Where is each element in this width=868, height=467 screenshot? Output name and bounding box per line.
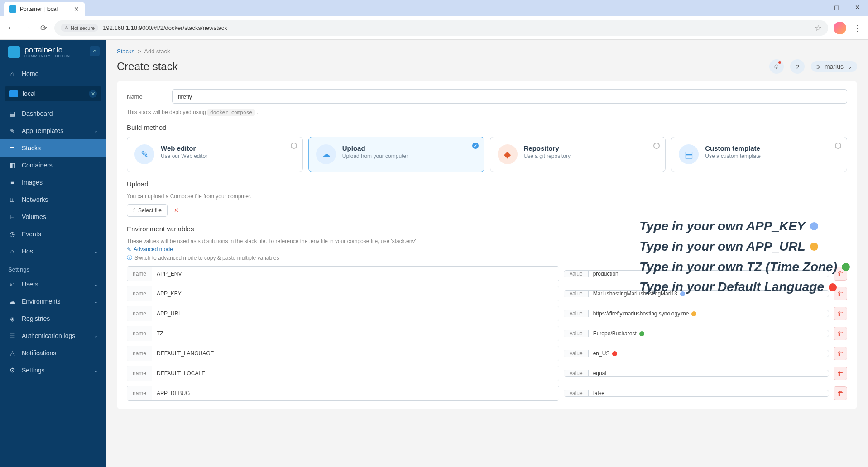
env-value-display[interactable]: Europe/Bucharest — [589, 330, 829, 337]
settings-header: Settings — [0, 260, 106, 276]
chevron-down-icon: ⌄ — [94, 281, 98, 287]
sidebar-item-dashboard[interactable]: ▦Dashboard — [0, 105, 106, 122]
forward-button[interactable]: → — [22, 23, 33, 33]
env-name-input[interactable] — [152, 366, 559, 381]
delete-row-button[interactable]: 🗑 — [834, 367, 847, 380]
sidebar-icon: ☁ — [8, 298, 16, 305]
method-sub: Use our Web editor — [161, 153, 207, 159]
radio-icon — [653, 143, 660, 149]
sidebar-settings-settings[interactable]: ⚙Settings⌄ — [0, 362, 106, 379]
browser-tab[interactable]: Portainer | local ✕ — [4, 2, 85, 16]
sidebar-item-volumes[interactable]: ⊟Volumes — [0, 208, 106, 225]
sidebar-item-containers[interactable]: ◧Containers — [0, 157, 106, 174]
name-label: name — [127, 306, 152, 321]
sidebar-item-label: Networks — [22, 196, 48, 203]
env-value-display[interactable]: false — [589, 390, 829, 396]
favicon — [9, 5, 16, 13]
sidebar-item-stacks[interactable]: ≣Stacks — [0, 139, 106, 157]
name-label: name — [127, 386, 152, 400]
clear-file-button[interactable]: ✕ — [174, 207, 179, 214]
build-method-custom-template[interactable]: ▤Custom templateUse a custom template — [671, 137, 847, 172]
env-value-display[interactable]: equal — [589, 370, 829, 376]
sidebar-settings-users[interactable]: ☺Users⌄ — [0, 276, 106, 293]
browser-menu-icon[interactable]: ⋮ — [852, 23, 863, 33]
delete-row-button[interactable]: 🗑 — [834, 386, 847, 400]
stack-name-input[interactable] — [172, 89, 847, 104]
delete-row-button[interactable]: 🗑 — [834, 327, 847, 340]
sidebar-item-label: Images — [22, 179, 43, 186]
maximize-button[interactable]: ◻ — [826, 0, 847, 14]
sidebar-item-app-templates[interactable]: ✎App Templates⌄ — [0, 122, 106, 139]
sidebar-environment[interactable]: local ✕ — [5, 86, 101, 101]
delete-row-button[interactable]: 🗑 — [834, 307, 847, 320]
value-label: value — [564, 271, 589, 277]
sidebar-icon: ≡ — [8, 179, 16, 186]
reload-button[interactable]: ⟳ — [38, 23, 49, 33]
sidebar-item-label: Environments — [22, 298, 61, 305]
advanced-mode-link[interactable]: ✎ Advanced mode — [127, 246, 173, 253]
header-actions: ♤ ? ☺ marius ⌄ — [769, 59, 857, 74]
delete-row-button[interactable]: 🗑 — [834, 347, 847, 360]
sidebar-icon: ◈ — [8, 315, 16, 322]
upload-icon: ⤴ — [133, 207, 135, 214]
breadcrumb-root[interactable]: Stacks — [117, 48, 134, 55]
sidebar-item-events[interactable]: ◷Events — [0, 225, 106, 243]
sidebar-collapse-button[interactable]: « — [90, 46, 100, 56]
value-label: value — [564, 310, 589, 317]
sidebar-home[interactable]: ⌂ Home — [0, 65, 106, 82]
method-icon: ☁ — [316, 144, 336, 164]
sidebar-settings-notifications[interactable]: △Notifications — [0, 344, 106, 362]
method-icon: ◆ — [498, 144, 518, 164]
env-name-pair: name — [127, 366, 559, 381]
chevron-down-icon: ⌄ — [94, 248, 98, 254]
minimize-button[interactable]: — — [806, 0, 826, 14]
sidebar-icon: ▦ — [8, 110, 16, 117]
sidebar-item-label: App Templates — [22, 127, 63, 134]
sidebar-settings-environments[interactable]: ☁Environments⌄ — [0, 293, 106, 310]
page-header: Create stack ♤ ? ☺ marius ⌄ — [117, 59, 857, 74]
sidebar-item-images[interactable]: ≡Images — [0, 174, 106, 191]
env-name-input[interactable] — [152, 286, 559, 301]
notifications-button[interactable]: ♤ — [769, 59, 784, 74]
env-close-icon[interactable]: ✕ — [89, 90, 97, 98]
chevron-down-icon: ⌄ — [94, 299, 98, 305]
build-method-web-editor[interactable]: ✎Web editorUse our Web editor — [127, 137, 303, 172]
build-method-upload[interactable]: ✔☁UploadUpload from your computer — [308, 137, 484, 172]
env-value-display[interactable]: https://firefly.mariushosting.synology.m… — [589, 310, 829, 317]
method-title: Custom template — [705, 144, 761, 152]
profile-avatar[interactable] — [834, 22, 846, 34]
sidebar-settings-authentication-logs[interactable]: ☰Authentication logs⌄ — [0, 327, 106, 344]
bookmark-icon[interactable]: ☆ — [815, 23, 822, 33]
select-file-button[interactable]: ⤴ Select file — [127, 204, 168, 217]
sidebar-item-label: Authentication logs — [22, 332, 75, 339]
env-name-input[interactable] — [152, 326, 559, 341]
env-name-input[interactable] — [152, 267, 559, 281]
tab-close-icon[interactable]: ✕ — [73, 6, 80, 12]
user-menu[interactable]: ☺ marius ⌄ — [811, 61, 857, 72]
env-name-input[interactable] — [152, 386, 559, 400]
edit-icon: ✎ — [127, 246, 131, 253]
sidebar-item-label: Registries — [22, 315, 50, 322]
app-root: « portainer.io COMMUNITY EDITION ⌂ Home … — [0, 40, 868, 467]
back-button[interactable]: ← — [5, 23, 16, 33]
env-name-pair: name — [127, 386, 559, 401]
build-method-repository[interactable]: ◆RepositoryUse a git repository — [490, 137, 666, 172]
env-name-input[interactable] — [152, 306, 559, 321]
url-field[interactable]: ⚠ Not secure 192.168.1.18:9000/#!/2/dock… — [54, 20, 828, 36]
browser-chrome: Portainer | local ✕ — ◻ ✕ ← → ⟳ ⚠ Not se… — [0, 0, 868, 40]
sidebar-item-host[interactable]: ⌂Host⌄ — [0, 243, 106, 260]
help-button[interactable]: ? — [790, 59, 805, 74]
sidebar-item-networks[interactable]: ⊞Networks — [0, 191, 106, 208]
sidebar-settings-registries[interactable]: ◈Registries — [0, 310, 106, 327]
main-content: Stacks > Add stack Create stack ♤ ? ☺ ma… — [106, 40, 868, 467]
name-label: name — [127, 267, 152, 281]
env-value-display[interactable]: en_US — [589, 350, 829, 357]
annotation-line: Type in your own TZ (Time Zone) — [639, 257, 850, 277]
method-title: Web editor — [161, 144, 207, 152]
name-label: name — [127, 366, 152, 381]
sidebar-item-label: Notifications — [22, 349, 56, 357]
close-window-button[interactable]: ✕ — [847, 0, 868, 14]
env-value-pair: valuehttps://firefly.mariushosting.synol… — [564, 310, 829, 317]
env-name: local — [23, 90, 36, 97]
env-name-input[interactable] — [152, 346, 559, 361]
